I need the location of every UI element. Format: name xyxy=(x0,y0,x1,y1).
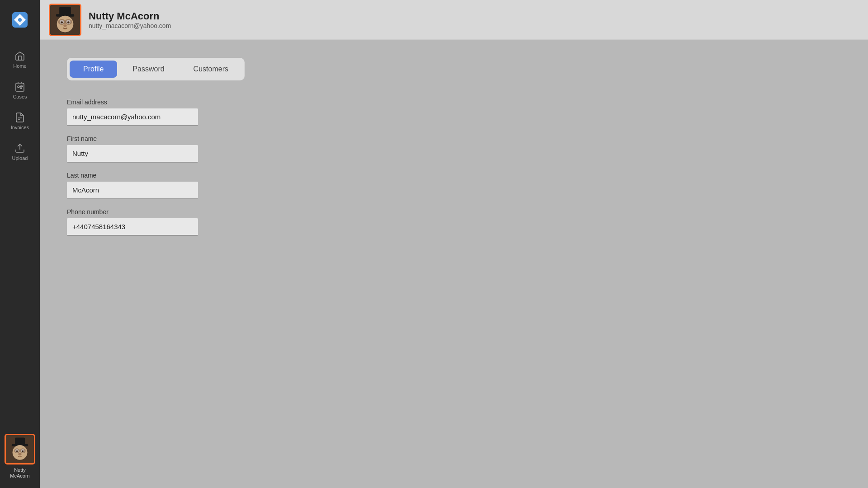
sidebar-item-home[interactable]: Home xyxy=(0,44,40,75)
sidebar-user-section: Nutty McAcorn xyxy=(0,434,40,488)
svg-rect-4 xyxy=(20,86,23,87)
svg-point-30 xyxy=(65,19,72,25)
sidebar-user-name: Nutty McAcorn xyxy=(10,467,29,479)
header-user-info: Nutty McAcorn nutty_macacorn@yahoo.com xyxy=(89,10,171,29)
invoices-icon xyxy=(14,112,25,123)
svg-point-17 xyxy=(18,453,21,455)
firstname-label: First name xyxy=(67,135,203,142)
svg-rect-2 xyxy=(16,83,24,91)
sidebar-item-upload[interactable]: Upload xyxy=(0,136,40,167)
sidebar-item-cases[interactable]: Cases xyxy=(0,75,40,106)
firstname-field-group: First name xyxy=(67,135,203,163)
main-area: Nutty McAcorn nutty_macacorn@yahoo.com P… xyxy=(40,0,868,488)
header-user-email: nutty_macacorn@yahoo.com xyxy=(89,22,171,29)
upload-icon xyxy=(14,143,25,154)
lastname-field-group: Last name xyxy=(67,172,203,199)
firstname-input[interactable] xyxy=(67,145,198,163)
lastname-label: Last name xyxy=(67,172,203,179)
sidebar-item-home-label: Home xyxy=(13,63,26,69)
sidebar-item-upload-label: Upload xyxy=(12,155,28,161)
tab-profile[interactable]: Profile xyxy=(70,61,117,78)
svg-rect-5 xyxy=(20,88,22,89)
tab-bar: Profile Password Customers xyxy=(67,58,245,80)
tab-customers[interactable]: Customers xyxy=(180,61,242,78)
home-icon xyxy=(14,51,25,61)
svg-point-29 xyxy=(58,19,66,25)
svg-rect-22 xyxy=(59,7,71,14)
top-header: Nutty McAcorn nutty_macacorn@yahoo.com xyxy=(40,0,868,40)
sidebar-item-invoices-label: Invoices xyxy=(11,125,29,130)
sidebar-item-invoices[interactable]: Invoices xyxy=(0,106,40,136)
phone-field-group: Phone number xyxy=(67,208,203,236)
sidebar-logo xyxy=(0,0,40,40)
app-logo-icon xyxy=(9,9,30,30)
email-field-group: Email address xyxy=(67,99,203,126)
header-user-avatar[interactable] xyxy=(49,4,81,36)
tab-password[interactable]: Password xyxy=(119,61,178,78)
svg-point-1 xyxy=(18,18,22,22)
svg-point-28 xyxy=(63,24,66,27)
svg-point-18 xyxy=(14,448,20,453)
svg-point-19 xyxy=(20,448,26,453)
profile-form: Email address First name Last name Phone… xyxy=(67,99,203,236)
header-user-name: Nutty McAcorn xyxy=(89,10,171,22)
cases-icon xyxy=(14,81,25,92)
email-label: Email address xyxy=(67,99,203,106)
content-area: Profile Password Customers Email address… xyxy=(40,40,868,488)
lastname-input[interactable] xyxy=(67,182,198,199)
email-input[interactable] xyxy=(67,108,198,126)
sidebar: Home Cases Invoices xyxy=(0,0,40,488)
sidebar-item-cases-label: Cases xyxy=(13,94,27,99)
svg-rect-11 xyxy=(15,437,25,445)
phone-label: Phone number xyxy=(67,208,203,216)
sidebar-user-avatar[interactable] xyxy=(5,434,35,465)
svg-point-3 xyxy=(18,86,19,88)
sidebar-nav: Home Cases Invoices xyxy=(0,40,40,434)
avatar-image xyxy=(6,435,34,463)
header-avatar-image xyxy=(50,5,80,35)
svg-point-12 xyxy=(13,445,28,460)
phone-input[interactable] xyxy=(67,218,198,236)
